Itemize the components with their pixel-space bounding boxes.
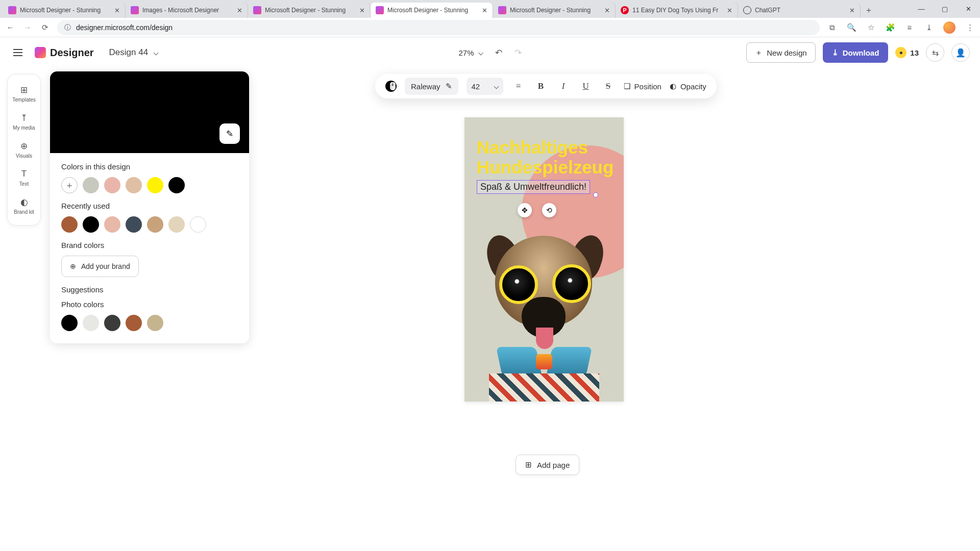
eyedropper-button[interactable]: ✎ xyxy=(219,123,240,144)
minimize-button[interactable]: — xyxy=(910,0,933,18)
pug-shirt xyxy=(489,373,599,402)
color-swatch[interactable] xyxy=(83,315,99,331)
rail-label: My media xyxy=(13,125,35,131)
canvas-image-pug[interactable] xyxy=(470,220,619,402)
text-align-button[interactable]: ≡ xyxy=(511,79,526,93)
color-swatch[interactable] xyxy=(147,177,163,193)
underline-button[interactable]: U xyxy=(579,79,593,93)
url-input[interactable]: ⓘ designer.microsoft.com/design xyxy=(57,20,820,35)
color-swatch[interactable] xyxy=(168,216,185,233)
browser-tab[interactable]: ChatGPT✕ xyxy=(738,3,861,18)
plus-circle-icon: ⊕ xyxy=(70,262,76,270)
browser-tab[interactable]: P11 Easy DIY Dog Toys Using Fr✕ xyxy=(616,3,738,18)
font-family-dropdown[interactable]: Raleway ✎ xyxy=(405,78,458,95)
canvas-area[interactable]: Nachhaltiges Hundespielzeug Spaß & Umwel… xyxy=(250,102,980,551)
design-canvas[interactable]: Nachhaltiges Hundespielzeug Spaß & Umwel… xyxy=(464,117,624,402)
download-button[interactable]: ⤓ Download xyxy=(823,42,889,63)
add-page-button[interactable]: ⊞ Add page xyxy=(516,455,579,475)
close-icon[interactable]: ✕ xyxy=(849,7,855,14)
close-icon[interactable]: ✕ xyxy=(727,7,732,14)
install-app-icon[interactable]: ⧉ xyxy=(827,23,837,32)
color-swatch[interactable] xyxy=(147,216,163,233)
selection-handle[interactable] xyxy=(593,192,598,197)
color-preview-area[interactable]: ✎ xyxy=(50,71,249,153)
position-button[interactable]: ❏ Position xyxy=(624,82,662,91)
color-swatch[interactable] xyxy=(61,216,78,233)
brand[interactable]: Designer xyxy=(35,47,94,59)
italic-button[interactable]: I xyxy=(556,79,571,93)
hamburger-menu-button[interactable] xyxy=(10,45,26,60)
close-icon[interactable]: ✕ xyxy=(604,7,610,14)
credits-counter[interactable]: ● 13 xyxy=(895,47,919,58)
font-size-dropdown[interactable]: 42 xyxy=(467,78,503,95)
chevron-down-icon xyxy=(478,50,483,55)
text-color-button[interactable] xyxy=(385,81,397,92)
maximize-button[interactable]: ▢ xyxy=(933,0,957,18)
brand-label: Designer xyxy=(50,47,94,59)
close-icon[interactable]: ✕ xyxy=(114,7,120,14)
browser-tab-active[interactable]: Microsoft Designer - Stunning✕ xyxy=(371,3,493,18)
close-window-button[interactable]: ✕ xyxy=(957,0,980,18)
rail-label: Text xyxy=(19,181,29,187)
color-swatch[interactable] xyxy=(104,315,120,331)
rail-visuals[interactable]: ⊕Visuals xyxy=(8,136,40,164)
account-button[interactable]: 👤 xyxy=(951,43,970,62)
color-swatch[interactable] xyxy=(104,177,120,193)
opacity-icon: ◐ xyxy=(670,82,676,91)
tab-title: Images - Microsoft Designer xyxy=(142,7,233,14)
move-handle[interactable]: ✥ xyxy=(518,203,532,217)
tab-title: Microsoft Designer - Stunning xyxy=(387,7,478,14)
add-brand-button[interactable]: ⊕ Add your brand xyxy=(61,256,139,277)
color-swatch[interactable] xyxy=(126,315,142,331)
close-icon[interactable]: ✕ xyxy=(237,7,242,14)
chevron-down-icon xyxy=(154,50,159,55)
profile-avatar[interactable] xyxy=(943,21,955,34)
forward-button[interactable]: → xyxy=(22,23,33,32)
color-swatch[interactable] xyxy=(168,177,185,193)
color-swatch[interactable] xyxy=(126,177,142,193)
zoom-icon[interactable]: 🔍 xyxy=(846,23,856,32)
section-title: Colors in this design xyxy=(61,162,238,171)
back-button[interactable]: ← xyxy=(5,23,15,32)
undo-button[interactable]: ↶ xyxy=(495,47,502,58)
downloads-icon[interactable]: ⤓ xyxy=(924,23,934,32)
color-swatch[interactable] xyxy=(126,216,142,233)
position-label: Position xyxy=(634,82,662,91)
share-button[interactable]: ⇆ xyxy=(926,43,944,62)
browser-tab[interactable]: Microsoft Designer - Stunning✕ xyxy=(493,3,616,18)
color-swatch[interactable] xyxy=(83,216,99,233)
color-swatch[interactable] xyxy=(83,177,99,193)
browser-tab[interactable]: Microsoft Designer - Stunning✕ xyxy=(248,3,371,18)
rail-brand-kit[interactable]: ◐Brand kit xyxy=(8,192,40,220)
site-info-icon[interactable]: ⓘ xyxy=(64,23,71,32)
redo-button[interactable]: ↷ xyxy=(514,47,522,58)
bold-button[interactable]: B xyxy=(534,79,548,93)
browser-tab[interactable]: Images - Microsoft Designer✕ xyxy=(126,3,248,18)
rail-templates[interactable]: ⊞Templates xyxy=(8,80,40,108)
rail-my-media[interactable]: ⤒My media xyxy=(8,108,40,136)
color-swatch[interactable] xyxy=(190,216,206,233)
color-swatch[interactable] xyxy=(61,315,78,331)
canvas-subline-selected[interactable]: Spaß & Umweltfreundlich! xyxy=(477,180,590,194)
new-design-button[interactable]: ＋ New design xyxy=(746,42,815,63)
color-swatch[interactable] xyxy=(147,315,163,331)
menu-icon[interactable]: ⋮ xyxy=(965,23,975,32)
color-swatch[interactable] xyxy=(104,216,120,233)
bookmark-icon[interactable]: ☆ xyxy=(866,23,876,32)
browser-tab[interactable]: Microsoft Designer - Stunning✕ xyxy=(3,3,126,18)
rail-text[interactable]: TText xyxy=(8,164,40,192)
canvas-headline[interactable]: Nachhaltiges Hundespielzeug xyxy=(477,138,614,177)
extensions-icon[interactable]: 🧩 xyxy=(885,23,895,32)
reading-list-icon[interactable]: ≡ xyxy=(904,23,915,32)
opacity-button[interactable]: ◐ Opacity xyxy=(670,82,706,91)
design-name-dropdown[interactable]: Design 44 xyxy=(103,44,164,61)
close-icon[interactable]: ✕ xyxy=(482,7,487,14)
add-color-button[interactable]: ＋ xyxy=(61,177,78,193)
zoom-dropdown[interactable]: 27% xyxy=(458,48,482,57)
new-tab-button[interactable]: ＋ xyxy=(861,3,877,18)
close-icon[interactable]: ✕ xyxy=(359,7,365,14)
rotate-handle[interactable]: ⟲ xyxy=(542,203,556,217)
reload-button[interactable]: ⟳ xyxy=(40,23,50,32)
strikethrough-button[interactable]: S xyxy=(601,79,616,93)
color-panel: ✎ Colors in this design ＋ Recently used … xyxy=(50,71,249,343)
